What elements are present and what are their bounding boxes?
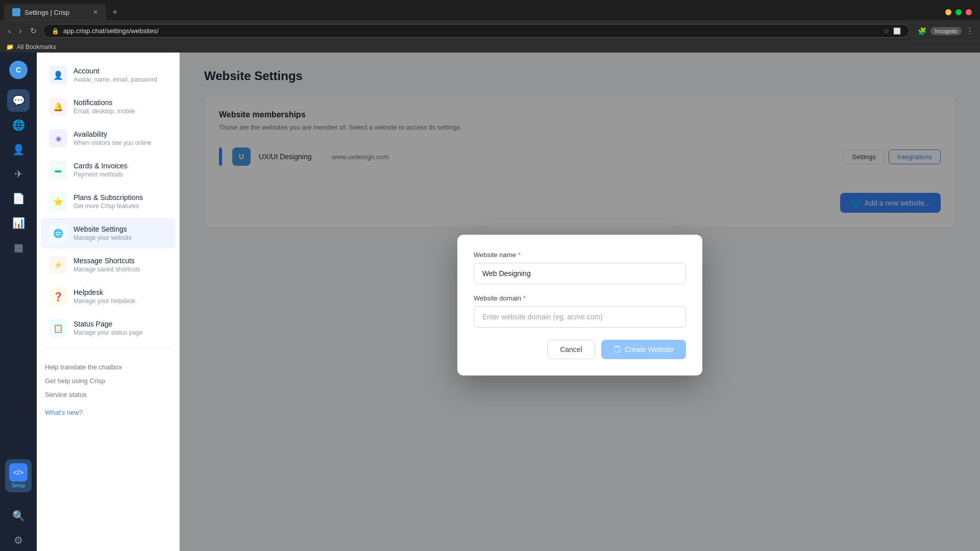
cards-label: Cards & Invoices xyxy=(74,162,167,170)
extensions-icon[interactable]: 🧩 xyxy=(918,27,926,35)
shortcuts-icon: ⚡ xyxy=(49,256,67,274)
domain-required-star: * xyxy=(523,294,526,302)
nav-settings[interactable]: ⚙ xyxy=(7,529,30,551)
avatar: C xyxy=(9,61,28,79)
main-content: Website Settings Website memberships Tho… xyxy=(180,53,980,551)
browser-tab[interactable]: Settings | Crisp ✕ xyxy=(4,4,106,20)
notifications-sublabel: Email, desktop, mobile xyxy=(74,108,167,115)
gear-icon: ⚙ xyxy=(14,534,23,546)
notifications-label: Notifications xyxy=(74,98,167,107)
window-maximize[interactable] xyxy=(955,9,962,15)
nav-world[interactable]: 🌐 xyxy=(7,114,30,136)
setup-label: Setup xyxy=(12,483,25,488)
window-close[interactable] xyxy=(966,9,972,15)
nav-setup[interactable]: </> Setup xyxy=(5,459,32,492)
icon-nav: C 💬 🌐 👤 ✈ 📄 📊 ▦ </> Setup 🔍 xyxy=(0,53,37,551)
incognito-badge: Incognito xyxy=(930,27,962,35)
address-bar[interactable]: 🔒 app.crisp.chat/settings/websites/ ☆ ⬜ xyxy=(43,24,910,38)
contacts-icon: 👤 xyxy=(12,143,25,156)
nav-contacts[interactable]: 👤 xyxy=(7,138,30,161)
address-tablet-icon[interactable]: ⬜ xyxy=(893,28,901,35)
required-star: * xyxy=(518,251,521,259)
tab-title: Settings | Crisp xyxy=(24,9,89,16)
website-name-input[interactable] xyxy=(474,263,686,284)
sidebar-item-notifications[interactable]: 🔔 Notifications Email, desktop, mobile xyxy=(41,91,175,122)
website-settings-icon: 🌐 xyxy=(49,224,67,242)
sidebar: 👤 Account Avatar, name, email, password … xyxy=(37,53,180,551)
nav-campaigns[interactable]: ✈ xyxy=(7,163,30,185)
add-website-modal: Website name * Web Designing Website dom… xyxy=(457,235,702,375)
sidebar-item-cards-invoices[interactable]: ▬ Cards & Invoices Payment methods xyxy=(41,155,175,185)
menu-icon[interactable]: ⋮ xyxy=(966,26,974,36)
website-domain-label: Website domain * xyxy=(474,294,686,302)
availability-icon: ◉ xyxy=(49,129,67,147)
code-icon: </> xyxy=(9,463,28,482)
create-website-label: Create Website xyxy=(625,345,674,354)
sidebar-divider xyxy=(45,347,171,348)
plans-sublabel: Get more Crisp features xyxy=(74,203,167,210)
back-button[interactable]: ‹ xyxy=(6,24,13,38)
pages-icon: 📄 xyxy=(12,192,25,205)
nav-chat[interactable]: 💬 xyxy=(7,89,30,112)
reload-button[interactable]: ↻ xyxy=(28,24,39,38)
website-settings-label: Website Settings xyxy=(74,225,167,233)
whats-new-link[interactable]: What's new? xyxy=(45,406,171,419)
loading-spinner xyxy=(614,346,621,353)
nav-pages[interactable]: 📄 xyxy=(7,187,30,210)
shortcuts-label: Message Shortcuts xyxy=(74,257,167,265)
help-crisp-link[interactable]: Get help using Crisp xyxy=(45,374,171,388)
address-star-icon[interactable]: ☆ xyxy=(884,28,889,35)
window-minimize[interactable] xyxy=(945,9,951,15)
availability-sublabel: When visitors see you online xyxy=(74,139,167,146)
website-domain-input[interactable] xyxy=(474,306,686,328)
chat-icon: 💬 xyxy=(12,94,25,107)
website-name-label: Website name * xyxy=(474,251,686,259)
website-domain-field: Website domain * xyxy=(474,294,686,328)
website-settings-sublabel: Manage your website xyxy=(74,234,167,241)
website-name-input-wrapper xyxy=(474,263,686,284)
website-name-field: Website name * Web Designing xyxy=(474,251,686,284)
tab-favicon xyxy=(12,8,20,16)
analytics-icon: 📊 xyxy=(12,217,25,229)
status-sublabel: Manage your status page xyxy=(74,329,167,336)
sidebar-item-availability[interactable]: ◉ Availability When visitors see you onl… xyxy=(41,123,175,154)
modal-actions: Cancel Create Website xyxy=(474,340,686,359)
nav-grid[interactable]: ▦ xyxy=(7,236,30,259)
grid-icon: ▦ xyxy=(14,241,23,254)
nav-search[interactable]: 🔍 xyxy=(7,505,30,527)
cards-sublabel: Payment methods xyxy=(74,171,167,178)
cancel-button[interactable]: Cancel xyxy=(547,340,595,359)
sidebar-item-helpdesk[interactable]: ❓ Helpdesk Manage your helpdesk xyxy=(41,281,175,312)
account-sublabel: Avatar, name, email, password xyxy=(74,76,167,83)
bookmark-folder-icon: 📁 xyxy=(6,43,14,51)
tab-close-btn[interactable]: ✕ xyxy=(93,9,98,16)
bookmarks-text: All Bookmarks xyxy=(17,43,56,51)
availability-label: Availability xyxy=(74,130,167,138)
forward-button[interactable]: › xyxy=(17,24,23,38)
nav-analytics[interactable]: 📊 xyxy=(7,212,30,234)
sidebar-item-account[interactable]: 👤 Account Avatar, name, email, password xyxy=(41,60,175,90)
sidebar-item-plans[interactable]: ⭐ Plans & Subscriptions Get more Crisp f… xyxy=(41,186,175,217)
new-tab-button[interactable]: + xyxy=(108,5,122,20)
sidebar-item-website-settings[interactable]: 🌐 Website Settings Manage your website xyxy=(41,218,175,248)
sidebar-bottom: Help translate the chatbox Get help usin… xyxy=(37,352,179,428)
globe-icon: 🌐 xyxy=(12,119,25,131)
helpdesk-icon: ❓ xyxy=(49,287,67,306)
search-icon: 🔍 xyxy=(12,510,25,522)
shortcuts-sublabel: Manage saved shortcuts xyxy=(74,266,167,273)
account-label: Account xyxy=(74,67,167,75)
helpdesk-label: Helpdesk xyxy=(74,288,167,296)
helpdesk-sublabel: Manage your helpdesk xyxy=(74,297,167,305)
account-icon: 👤 xyxy=(49,66,67,84)
sidebar-item-message-shortcuts[interactable]: ⚡ Message Shortcuts Manage saved shortcu… xyxy=(41,249,175,280)
status-icon: 📋 xyxy=(49,319,67,337)
nav-avatar[interactable]: C xyxy=(7,59,30,81)
create-website-button[interactable]: Create Website xyxy=(601,340,686,359)
cards-icon: ▬ xyxy=(49,161,67,179)
plans-label: Plans & Subscriptions xyxy=(74,193,167,202)
plans-icon: ⭐ xyxy=(49,192,67,211)
help-translate-link[interactable]: Help translate the chatbox xyxy=(45,360,171,374)
sidebar-item-status-page[interactable]: 📋 Status Page Manage your status page xyxy=(41,313,175,343)
send-icon: ✈ xyxy=(14,168,23,180)
service-status-link[interactable]: Service status xyxy=(45,388,171,402)
